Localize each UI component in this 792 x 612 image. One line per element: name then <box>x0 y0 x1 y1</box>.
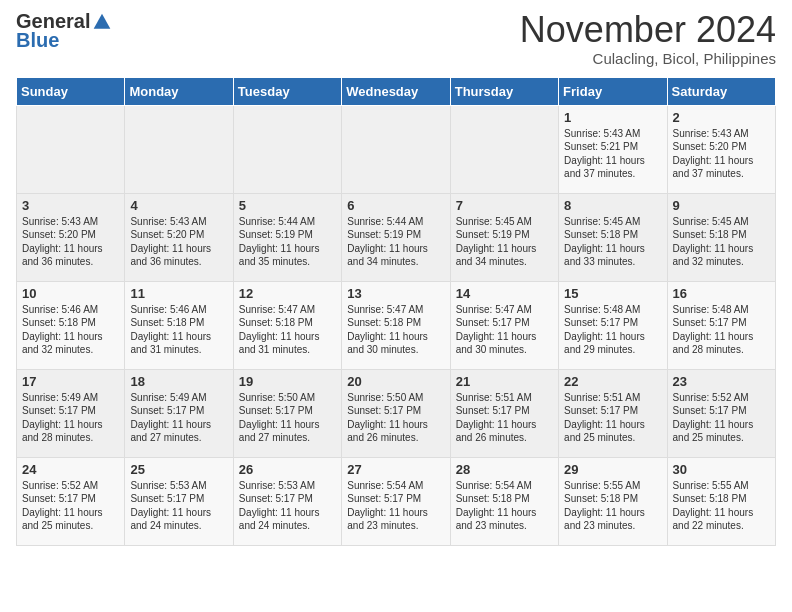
calendar-cell: 17Sunrise: 5:49 AMSunset: 5:17 PMDayligh… <box>17 369 125 457</box>
day-info-line: Sunrise: 5:51 AM <box>564 391 661 405</box>
day-info-line: Sunrise: 5:43 AM <box>564 127 661 141</box>
calendar-cell: 2Sunrise: 5:43 AMSunset: 5:20 PMDaylight… <box>667 105 775 193</box>
day-number: 17 <box>22 374 119 389</box>
day-info-line: Sunset: 5:18 PM <box>564 228 661 242</box>
day-number: 21 <box>456 374 553 389</box>
day-number: 7 <box>456 198 553 213</box>
day-info-line: Sunrise: 5:44 AM <box>239 215 336 229</box>
day-info-line: Sunrise: 5:51 AM <box>456 391 553 405</box>
day-info-line: Sunrise: 5:43 AM <box>130 215 227 229</box>
day-number: 19 <box>239 374 336 389</box>
day-info-line: Daylight: 11 hours and 32 minutes. <box>22 330 119 357</box>
day-info-line: Sunset: 5:18 PM <box>130 316 227 330</box>
day-info-line: Daylight: 11 hours and 23 minutes. <box>564 506 661 533</box>
day-number: 20 <box>347 374 444 389</box>
day-info-line: Daylight: 11 hours and 27 minutes. <box>130 418 227 445</box>
day-info-line: Sunset: 5:17 PM <box>456 404 553 418</box>
day-info-line: Daylight: 11 hours and 32 minutes. <box>673 242 770 269</box>
day-number: 10 <box>22 286 119 301</box>
calendar-cell: 28Sunrise: 5:54 AMSunset: 5:18 PMDayligh… <box>450 457 558 545</box>
day-info-line: Daylight: 11 hours and 25 minutes. <box>22 506 119 533</box>
day-info-line: Sunset: 5:19 PM <box>239 228 336 242</box>
calendar-cell: 30Sunrise: 5:55 AMSunset: 5:18 PMDayligh… <box>667 457 775 545</box>
day-info-line: Sunset: 5:18 PM <box>22 316 119 330</box>
day-info-line: Sunset: 5:17 PM <box>347 404 444 418</box>
day-info-line: Sunset: 5:18 PM <box>347 316 444 330</box>
day-number: 16 <box>673 286 770 301</box>
page: General Blue November 2024 Culacling, Bi… <box>0 0 792 562</box>
calendar-cell: 7Sunrise: 5:45 AMSunset: 5:19 PMDaylight… <box>450 193 558 281</box>
calendar-cell <box>233 105 341 193</box>
day-info-line: Daylight: 11 hours and 23 minutes. <box>347 506 444 533</box>
day-info-line: Sunset: 5:17 PM <box>130 404 227 418</box>
col-header-saturday: Saturday <box>667 77 775 105</box>
col-header-friday: Friday <box>559 77 667 105</box>
day-info-line: Daylight: 11 hours and 26 minutes. <box>347 418 444 445</box>
day-info-line: Daylight: 11 hours and 28 minutes. <box>22 418 119 445</box>
calendar-cell: 10Sunrise: 5:46 AMSunset: 5:18 PMDayligh… <box>17 281 125 369</box>
day-info-line: Daylight: 11 hours and 30 minutes. <box>456 330 553 357</box>
calendar-cell: 25Sunrise: 5:53 AMSunset: 5:17 PMDayligh… <box>125 457 233 545</box>
day-info-line: Sunset: 5:17 PM <box>239 404 336 418</box>
day-info-line: Sunset: 5:17 PM <box>456 316 553 330</box>
calendar-cell <box>342 105 450 193</box>
day-info-line: Daylight: 11 hours and 31 minutes. <box>239 330 336 357</box>
day-info-line: Sunset: 5:18 PM <box>456 492 553 506</box>
calendar-cell: 22Sunrise: 5:51 AMSunset: 5:17 PMDayligh… <box>559 369 667 457</box>
day-info-line: Daylight: 11 hours and 30 minutes. <box>347 330 444 357</box>
day-info-line: Sunrise: 5:45 AM <box>456 215 553 229</box>
day-number: 2 <box>673 110 770 125</box>
calendar-cell: 27Sunrise: 5:54 AMSunset: 5:17 PMDayligh… <box>342 457 450 545</box>
logo-blue-text: Blue <box>16 29 59 52</box>
calendar-week-3: 10Sunrise: 5:46 AMSunset: 5:18 PMDayligh… <box>17 281 776 369</box>
day-info-line: Daylight: 11 hours and 22 minutes. <box>673 506 770 533</box>
day-info-line: Sunset: 5:18 PM <box>673 228 770 242</box>
day-number: 30 <box>673 462 770 477</box>
day-number: 18 <box>130 374 227 389</box>
calendar-cell: 1Sunrise: 5:43 AMSunset: 5:21 PMDaylight… <box>559 105 667 193</box>
title-block: November 2024 Culacling, Bicol, Philippi… <box>520 10 776 67</box>
day-number: 24 <box>22 462 119 477</box>
svg-marker-0 <box>94 13 111 28</box>
calendar-cell: 24Sunrise: 5:52 AMSunset: 5:17 PMDayligh… <box>17 457 125 545</box>
day-info-line: Sunrise: 5:44 AM <box>347 215 444 229</box>
day-info-line: Sunset: 5:17 PM <box>347 492 444 506</box>
day-info-line: Sunrise: 5:47 AM <box>239 303 336 317</box>
day-info-line: Sunset: 5:19 PM <box>347 228 444 242</box>
day-info-line: Sunset: 5:19 PM <box>456 228 553 242</box>
day-info-line: Sunset: 5:17 PM <box>22 492 119 506</box>
day-number: 6 <box>347 198 444 213</box>
day-info-line: Sunrise: 5:53 AM <box>239 479 336 493</box>
day-number: 3 <box>22 198 119 213</box>
calendar-cell: 26Sunrise: 5:53 AMSunset: 5:17 PMDayligh… <box>233 457 341 545</box>
logo-icon <box>92 12 112 32</box>
day-number: 1 <box>564 110 661 125</box>
calendar-cell: 20Sunrise: 5:50 AMSunset: 5:17 PMDayligh… <box>342 369 450 457</box>
day-info-line: Sunset: 5:21 PM <box>564 140 661 154</box>
calendar-cell: 23Sunrise: 5:52 AMSunset: 5:17 PMDayligh… <box>667 369 775 457</box>
day-info-line: Sunrise: 5:49 AM <box>22 391 119 405</box>
day-number: 11 <box>130 286 227 301</box>
day-info-line: Daylight: 11 hours and 24 minutes. <box>130 506 227 533</box>
calendar-cell <box>450 105 558 193</box>
calendar-cell: 21Sunrise: 5:51 AMSunset: 5:17 PMDayligh… <box>450 369 558 457</box>
day-info-line: Sunset: 5:17 PM <box>564 404 661 418</box>
day-info-line: Daylight: 11 hours and 25 minutes. <box>673 418 770 445</box>
day-number: 22 <box>564 374 661 389</box>
day-info-line: Daylight: 11 hours and 37 minutes. <box>564 154 661 181</box>
day-info-line: Sunrise: 5:46 AM <box>22 303 119 317</box>
day-info-line: Sunset: 5:17 PM <box>673 404 770 418</box>
calendar-week-4: 17Sunrise: 5:49 AMSunset: 5:17 PMDayligh… <box>17 369 776 457</box>
day-info-line: Sunrise: 5:54 AM <box>456 479 553 493</box>
day-number: 13 <box>347 286 444 301</box>
calendar-cell <box>125 105 233 193</box>
day-info-line: Sunset: 5:18 PM <box>673 492 770 506</box>
logo: General Blue <box>16 10 112 52</box>
day-info-line: Sunrise: 5:45 AM <box>673 215 770 229</box>
day-info-line: Sunrise: 5:50 AM <box>347 391 444 405</box>
calendar-header-row: SundayMondayTuesdayWednesdayThursdayFrid… <box>17 77 776 105</box>
calendar-cell: 15Sunrise: 5:48 AMSunset: 5:17 PMDayligh… <box>559 281 667 369</box>
day-info-line: Sunrise: 5:45 AM <box>564 215 661 229</box>
calendar-week-2: 3Sunrise: 5:43 AMSunset: 5:20 PMDaylight… <box>17 193 776 281</box>
day-info-line: Sunrise: 5:48 AM <box>673 303 770 317</box>
